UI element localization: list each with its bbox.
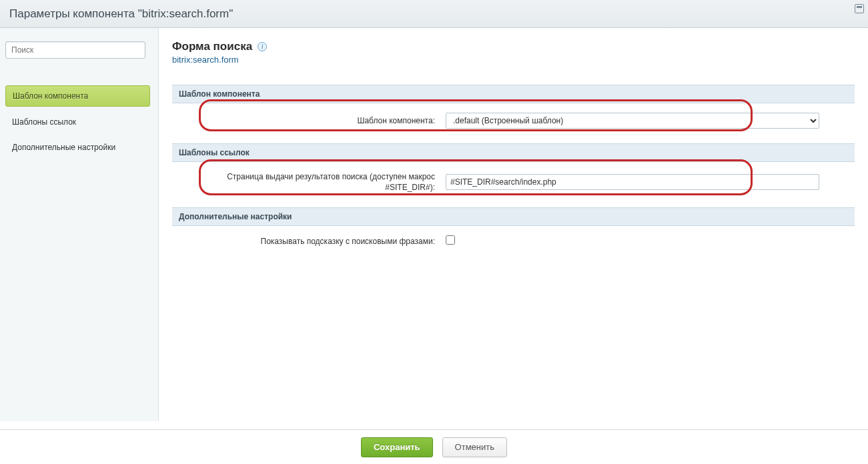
hint-checkbox-label: Показывать подсказку с поисковыми фразам…: [179, 236, 446, 247]
cancel-button[interactable]: Отменить: [442, 437, 507, 457]
window-title: Параметры компонента "bitrix:search.form…: [9, 7, 233, 21]
section-body-links: Страница выдачи результатов поиска (дост…: [172, 162, 855, 207]
section-body-extra: Показывать подсказку с поисковыми фразам…: [172, 226, 855, 261]
component-code: bitrix:search.form: [172, 55, 855, 65]
window-titlebar: Параметры компонента "bitrix:search.form…: [0, 0, 868, 28]
maximize-icon[interactable]: [855, 4, 864, 13]
sidebar: Шаблон компонента Шаблоны ссылок Дополни…: [0, 28, 159, 421]
info-icon[interactable]: i: [258, 42, 267, 51]
page-title: Форма поиска: [172, 40, 252, 53]
hint-checkbox[interactable]: [446, 235, 455, 245]
save-button[interactable]: Сохранить: [361, 437, 433, 457]
sidebar-item-template[interactable]: Шаблон компонента: [5, 85, 150, 107]
template-select[interactable]: .default (Встроенный шаблон): [446, 113, 819, 129]
section-header-links: Шаблоны ссылок: [172, 143, 855, 162]
template-label: Шаблон компонента:: [179, 115, 446, 126]
results-page-label: Страница выдачи результатов поиска (дост…: [179, 171, 446, 193]
section-body-template: Шаблон компонента: .default (Встроенный …: [172, 103, 855, 143]
main-panel: Форма поиска i bitrix:search.form Шаблон…: [159, 28, 868, 421]
search-input[interactable]: [5, 41, 145, 59]
sidebar-nav: Шаблон компонента Шаблоны ссылок Дополни…: [5, 85, 150, 157]
sidebar-item-links[interactable]: Шаблоны ссылок: [5, 112, 150, 132]
section-header-extra: Дополнительные настройки: [172, 207, 855, 226]
sidebar-item-extra[interactable]: Дополнительные настройки: [5, 137, 150, 157]
footer: Сохранить Отменить: [0, 429, 868, 464]
results-page-input[interactable]: [446, 174, 819, 190]
section-header-template: Шаблон компонента: [172, 85, 855, 103]
